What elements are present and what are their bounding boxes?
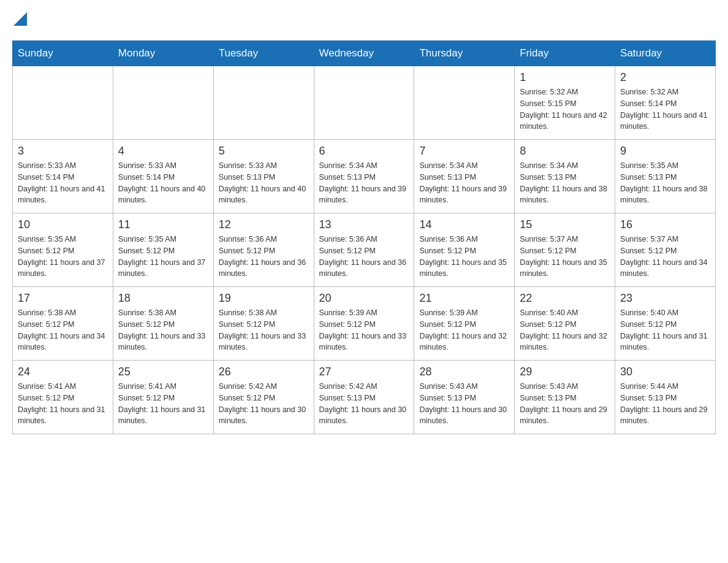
day-info: Sunrise: 5:40 AM Sunset: 5:12 PM Dayligh… [620, 307, 710, 353]
calendar-cell: 23Sunrise: 5:40 AM Sunset: 5:12 PM Dayli… [615, 287, 716, 361]
day-number: 22 [520, 292, 610, 305]
day-info: Sunrise: 5:42 AM Sunset: 5:13 PM Dayligh… [319, 381, 409, 427]
day-info: Sunrise: 5:35 AM Sunset: 5:13 PM Dayligh… [620, 160, 710, 206]
calendar-cell: 11Sunrise: 5:35 AM Sunset: 5:12 PM Dayli… [113, 213, 213, 287]
day-info: Sunrise: 5:38 AM Sunset: 5:12 PM Dayligh… [219, 307, 309, 353]
day-number: 14 [419, 218, 509, 231]
calendar-cell: 1Sunrise: 5:32 AM Sunset: 5:15 PM Daylig… [515, 66, 615, 140]
day-info: Sunrise: 5:42 AM Sunset: 5:12 PM Dayligh… [219, 381, 309, 427]
weekday-header-wednesday: Wednesday [314, 41, 414, 66]
calendar-cell: 28Sunrise: 5:43 AM Sunset: 5:13 PM Dayli… [414, 361, 515, 434]
day-number: 7 [419, 145, 509, 158]
day-number: 8 [520, 145, 610, 158]
day-number: 19 [219, 292, 309, 305]
calendar-cell: 7Sunrise: 5:34 AM Sunset: 5:13 PM Daylig… [414, 140, 515, 213]
day-number: 5 [219, 145, 309, 158]
weekday-header-sunday: Sunday [13, 41, 113, 66]
day-info: Sunrise: 5:39 AM Sunset: 5:12 PM Dayligh… [319, 307, 409, 353]
calendar-cell: 12Sunrise: 5:36 AM Sunset: 5:12 PM Dayli… [213, 213, 314, 287]
day-info: Sunrise: 5:43 AM Sunset: 5:13 PM Dayligh… [520, 381, 610, 427]
day-number: 10 [18, 218, 108, 231]
calendar-cell: 21Sunrise: 5:39 AM Sunset: 5:12 PM Dayli… [414, 287, 515, 361]
calendar-cell: 8Sunrise: 5:34 AM Sunset: 5:13 PM Daylig… [515, 140, 615, 213]
day-number: 18 [118, 292, 208, 305]
day-number: 3 [18, 145, 108, 158]
calendar-cell: 6Sunrise: 5:34 AM Sunset: 5:13 PM Daylig… [314, 140, 414, 213]
day-number: 20 [319, 292, 409, 305]
day-number: 13 [319, 218, 409, 231]
calendar-cell: 22Sunrise: 5:40 AM Sunset: 5:12 PM Dayli… [515, 287, 615, 361]
day-number: 9 [620, 145, 710, 158]
logo-triangle-icon [13, 12, 27, 26]
calendar-cell: 9Sunrise: 5:35 AM Sunset: 5:13 PM Daylig… [615, 140, 716, 213]
calendar-cell: 17Sunrise: 5:38 AM Sunset: 5:12 PM Dayli… [13, 287, 113, 361]
calendar-cell: 26Sunrise: 5:42 AM Sunset: 5:12 PM Dayli… [213, 361, 314, 434]
week-row-1: 1Sunrise: 5:32 AM Sunset: 5:15 PM Daylig… [13, 66, 716, 140]
day-info: Sunrise: 5:36 AM Sunset: 5:12 PM Dayligh… [219, 234, 309, 280]
day-number: 1 [520, 71, 610, 84]
calendar-table: SundayMondayTuesdayWednesdayThursdayFrid… [12, 40, 716, 434]
calendar-cell: 15Sunrise: 5:37 AM Sunset: 5:12 PM Dayli… [515, 213, 615, 287]
day-info: Sunrise: 5:41 AM Sunset: 5:12 PM Dayligh… [18, 381, 108, 427]
day-number: 21 [419, 292, 509, 305]
day-info: Sunrise: 5:33 AM Sunset: 5:13 PM Dayligh… [219, 160, 309, 206]
calendar-cell: 18Sunrise: 5:38 AM Sunset: 5:12 PM Dayli… [113, 287, 213, 361]
day-number: 15 [520, 218, 610, 231]
calendar-cell: 25Sunrise: 5:41 AM Sunset: 5:12 PM Dayli… [113, 361, 213, 434]
calendar-cell: 14Sunrise: 5:36 AM Sunset: 5:12 PM Dayli… [414, 213, 515, 287]
day-number: 25 [118, 366, 208, 378]
day-info: Sunrise: 5:40 AM Sunset: 5:12 PM Dayligh… [520, 307, 610, 353]
calendar-cell: 13Sunrise: 5:36 AM Sunset: 5:12 PM Dayli… [314, 213, 414, 287]
weekday-header-friday: Friday [515, 41, 615, 66]
day-info: Sunrise: 5:37 AM Sunset: 5:12 PM Dayligh… [620, 234, 710, 280]
day-info: Sunrise: 5:37 AM Sunset: 5:12 PM Dayligh… [520, 234, 610, 280]
week-row-2: 3Sunrise: 5:33 AM Sunset: 5:14 PM Daylig… [13, 140, 716, 213]
day-info: Sunrise: 5:32 AM Sunset: 5:14 PM Dayligh… [620, 86, 710, 132]
calendar-cell: 29Sunrise: 5:43 AM Sunset: 5:13 PM Dayli… [515, 361, 615, 434]
day-number: 30 [620, 366, 710, 378]
day-number: 26 [219, 366, 309, 378]
day-number: 17 [18, 292, 108, 305]
day-info: Sunrise: 5:38 AM Sunset: 5:12 PM Dayligh… [118, 307, 208, 353]
calendar-cell: 24Sunrise: 5:41 AM Sunset: 5:12 PM Dayli… [13, 361, 113, 434]
day-info: Sunrise: 5:38 AM Sunset: 5:12 PM Dayligh… [18, 307, 108, 353]
week-row-3: 10Sunrise: 5:35 AM Sunset: 5:12 PM Dayli… [13, 213, 716, 287]
day-info: Sunrise: 5:44 AM Sunset: 5:13 PM Dayligh… [620, 381, 710, 427]
weekday-header-tuesday: Tuesday [213, 41, 314, 66]
day-number: 2 [620, 71, 710, 84]
weekday-header-row: SundayMondayTuesdayWednesdayThursdayFrid… [13, 41, 716, 66]
day-info: Sunrise: 5:36 AM Sunset: 5:12 PM Dayligh… [319, 234, 409, 280]
day-number: 24 [18, 366, 108, 378]
day-number: 11 [118, 218, 208, 231]
day-info: Sunrise: 5:34 AM Sunset: 5:13 PM Dayligh… [520, 160, 610, 206]
calendar-cell: 27Sunrise: 5:42 AM Sunset: 5:13 PM Dayli… [314, 361, 414, 434]
calendar-cell: 3Sunrise: 5:33 AM Sunset: 5:14 PM Daylig… [13, 140, 113, 213]
calendar-cell: 10Sunrise: 5:35 AM Sunset: 5:12 PM Dayli… [13, 213, 113, 287]
weekday-header-saturday: Saturday [615, 41, 716, 66]
day-info: Sunrise: 5:35 AM Sunset: 5:12 PM Dayligh… [118, 234, 208, 280]
calendar-cell [13, 66, 113, 140]
svg-marker-0 [13, 12, 27, 26]
calendar-cell [113, 66, 213, 140]
day-info: Sunrise: 5:32 AM Sunset: 5:15 PM Dayligh… [520, 86, 610, 132]
day-number: 29 [520, 366, 610, 378]
day-number: 12 [219, 218, 309, 231]
week-row-4: 17Sunrise: 5:38 AM Sunset: 5:12 PM Dayli… [13, 287, 716, 361]
day-info: Sunrise: 5:36 AM Sunset: 5:12 PM Dayligh… [419, 234, 509, 280]
week-row-5: 24Sunrise: 5:41 AM Sunset: 5:12 PM Dayli… [13, 361, 716, 434]
calendar-cell: 2Sunrise: 5:32 AM Sunset: 5:14 PM Daylig… [615, 66, 716, 140]
calendar-cell: 19Sunrise: 5:38 AM Sunset: 5:12 PM Dayli… [213, 287, 314, 361]
day-number: 23 [620, 292, 710, 305]
day-info: Sunrise: 5:41 AM Sunset: 5:12 PM Dayligh… [118, 381, 208, 427]
calendar-cell: 20Sunrise: 5:39 AM Sunset: 5:12 PM Dayli… [314, 287, 414, 361]
day-info: Sunrise: 5:34 AM Sunset: 5:13 PM Dayligh… [419, 160, 509, 206]
day-info: Sunrise: 5:43 AM Sunset: 5:13 PM Dayligh… [419, 381, 509, 427]
weekday-header-thursday: Thursday [414, 41, 515, 66]
calendar-cell [213, 66, 314, 140]
calendar-cell: 4Sunrise: 5:33 AM Sunset: 5:14 PM Daylig… [113, 140, 213, 213]
calendar-cell: 16Sunrise: 5:37 AM Sunset: 5:12 PM Dayli… [615, 213, 716, 287]
calendar-cell: 5Sunrise: 5:33 AM Sunset: 5:13 PM Daylig… [213, 140, 314, 213]
day-number: 4 [118, 145, 208, 158]
day-number: 6 [319, 145, 409, 158]
day-info: Sunrise: 5:33 AM Sunset: 5:14 PM Dayligh… [18, 160, 108, 206]
